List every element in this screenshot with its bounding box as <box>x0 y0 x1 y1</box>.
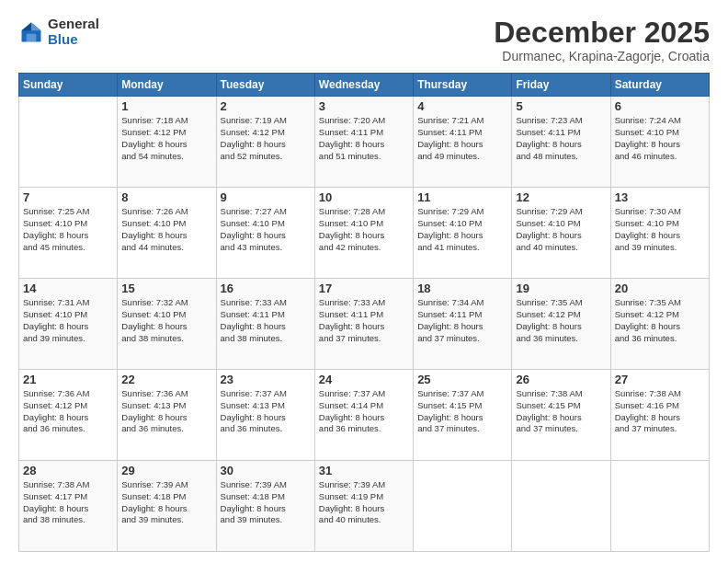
day-number: 3 <box>319 99 409 113</box>
calendar-cell: 29Sunrise: 7:39 AM Sunset: 4:18 PM Dayli… <box>118 461 216 552</box>
day-number: 24 <box>319 373 409 386</box>
calendar-cell: 18Sunrise: 7:34 AM Sunset: 4:11 PM Dayli… <box>414 279 512 370</box>
header: General Blue December 2025 Durmanec, Kra… <box>18 17 710 63</box>
day-info: Sunrise: 7:31 AM Sunset: 4:10 PM Dayligh… <box>23 297 113 344</box>
day-info: Sunrise: 7:29 AM Sunset: 4:10 PM Dayligh… <box>516 206 606 253</box>
day-number: 30 <box>221 464 311 477</box>
day-info: Sunrise: 7:37 AM Sunset: 4:14 PM Dayligh… <box>319 388 409 435</box>
calendar-day-header: Sunday <box>19 74 118 97</box>
day-number: 12 <box>516 190 606 204</box>
calendar-cell <box>512 461 610 552</box>
calendar-cell <box>19 97 118 188</box>
day-info: Sunrise: 7:34 AM Sunset: 4:11 PM Dayligh… <box>417 297 507 344</box>
month-title: December 2025 <box>494 17 710 49</box>
calendar-week-row: 14Sunrise: 7:31 AM Sunset: 4:10 PM Dayli… <box>19 279 710 370</box>
calendar-cell: 12Sunrise: 7:29 AM Sunset: 4:10 PM Dayli… <box>512 188 610 279</box>
day-info: Sunrise: 7:21 AM Sunset: 4:11 PM Dayligh… <box>417 115 507 162</box>
calendar-cell: 30Sunrise: 7:39 AM Sunset: 4:18 PM Dayli… <box>216 461 314 552</box>
day-info: Sunrise: 7:35 AM Sunset: 4:12 PM Dayligh… <box>615 297 705 344</box>
calendar-cell: 10Sunrise: 7:28 AM Sunset: 4:10 PM Dayli… <box>314 188 413 279</box>
day-info: Sunrise: 7:37 AM Sunset: 4:15 PM Dayligh… <box>417 388 507 435</box>
calendar-cell: 27Sunrise: 7:38 AM Sunset: 4:16 PM Dayli… <box>610 370 709 461</box>
day-number: 10 <box>319 190 409 204</box>
day-number: 15 <box>121 282 211 295</box>
day-number: 23 <box>221 373 311 386</box>
day-info: Sunrise: 7:36 AM Sunset: 4:13 PM Dayligh… <box>121 388 211 435</box>
day-number: 2 <box>221 99 311 113</box>
calendar-cell: 11Sunrise: 7:29 AM Sunset: 4:10 PM Dayli… <box>414 188 512 279</box>
day-info: Sunrise: 7:38 AM Sunset: 4:15 PM Dayligh… <box>516 388 606 435</box>
day-number: 9 <box>221 190 311 204</box>
logo-icon <box>18 19 44 45</box>
day-info: Sunrise: 7:27 AM Sunset: 4:10 PM Dayligh… <box>221 206 311 253</box>
calendar-cell <box>610 461 709 552</box>
calendar-week-row: 1Sunrise: 7:18 AM Sunset: 4:12 PM Daylig… <box>19 97 710 188</box>
day-number: 21 <box>23 373 113 386</box>
day-number: 19 <box>516 282 606 295</box>
calendar-cell: 20Sunrise: 7:35 AM Sunset: 4:12 PM Dayli… <box>610 279 709 370</box>
day-info: Sunrise: 7:30 AM Sunset: 4:10 PM Dayligh… <box>615 206 705 253</box>
day-info: Sunrise: 7:38 AM Sunset: 4:16 PM Dayligh… <box>615 388 705 435</box>
day-number: 17 <box>319 282 409 295</box>
day-info: Sunrise: 7:18 AM Sunset: 4:12 PM Dayligh… <box>121 115 211 162</box>
calendar-cell: 16Sunrise: 7:33 AM Sunset: 4:11 PM Dayli… <box>216 279 314 370</box>
calendar-cell: 4Sunrise: 7:21 AM Sunset: 4:11 PM Daylig… <box>414 97 512 188</box>
calendar-cell: 7Sunrise: 7:25 AM Sunset: 4:10 PM Daylig… <box>19 188 118 279</box>
calendar-cell: 6Sunrise: 7:24 AM Sunset: 4:10 PM Daylig… <box>610 97 709 188</box>
day-info: Sunrise: 7:32 AM Sunset: 4:10 PM Dayligh… <box>121 297 211 344</box>
day-number: 14 <box>23 282 113 295</box>
title-block: December 2025 Durmanec, Krapina-Zagorje,… <box>494 17 710 63</box>
calendar-day-header: Tuesday <box>216 74 314 97</box>
calendar-cell: 28Sunrise: 7:38 AM Sunset: 4:17 PM Dayli… <box>19 461 118 552</box>
day-info: Sunrise: 7:24 AM Sunset: 4:10 PM Dayligh… <box>615 115 705 162</box>
calendar-cell: 25Sunrise: 7:37 AM Sunset: 4:15 PM Dayli… <box>414 370 512 461</box>
svg-marker-2 <box>22 22 32 30</box>
calendar-week-row: 28Sunrise: 7:38 AM Sunset: 4:17 PM Dayli… <box>19 461 710 552</box>
calendar-cell: 5Sunrise: 7:23 AM Sunset: 4:11 PM Daylig… <box>512 97 610 188</box>
calendar-cell: 1Sunrise: 7:18 AM Sunset: 4:12 PM Daylig… <box>118 97 216 188</box>
day-info: Sunrise: 7:19 AM Sunset: 4:12 PM Dayligh… <box>221 115 311 162</box>
day-info: Sunrise: 7:33 AM Sunset: 4:11 PM Dayligh… <box>319 297 409 344</box>
day-number: 22 <box>121 373 211 386</box>
day-info: Sunrise: 7:23 AM Sunset: 4:11 PM Dayligh… <box>516 115 606 162</box>
day-number: 28 <box>23 464 113 477</box>
location: Durmanec, Krapina-Zagorje, Croatia <box>494 49 710 63</box>
calendar-cell: 31Sunrise: 7:39 AM Sunset: 4:19 PM Dayli… <box>314 461 413 552</box>
calendar-cell: 21Sunrise: 7:36 AM Sunset: 4:12 PM Dayli… <box>19 370 118 461</box>
day-number: 1 <box>121 99 211 113</box>
calendar-cell: 17Sunrise: 7:33 AM Sunset: 4:11 PM Dayli… <box>314 279 413 370</box>
day-info: Sunrise: 7:28 AM Sunset: 4:10 PM Dayligh… <box>319 206 409 253</box>
day-number: 18 <box>417 282 507 295</box>
day-info: Sunrise: 7:37 AM Sunset: 4:13 PM Dayligh… <box>221 388 311 435</box>
day-number: 26 <box>516 373 606 386</box>
calendar-day-header: Wednesday <box>314 74 413 97</box>
calendar-day-header: Friday <box>512 74 610 97</box>
day-number: 20 <box>615 282 705 295</box>
day-info: Sunrise: 7:36 AM Sunset: 4:12 PM Dayligh… <box>23 388 113 435</box>
day-number: 29 <box>121 464 211 477</box>
day-number: 4 <box>417 99 507 113</box>
calendar-day-header: Saturday <box>610 74 709 97</box>
logo-general: General <box>48 16 99 31</box>
day-number: 31 <box>319 464 409 477</box>
calendar-day-header: Monday <box>118 74 216 97</box>
day-number: 6 <box>615 99 705 113</box>
calendar-cell: 13Sunrise: 7:30 AM Sunset: 4:10 PM Dayli… <box>610 188 709 279</box>
logo: General Blue <box>18 17 99 47</box>
calendar-cell: 24Sunrise: 7:37 AM Sunset: 4:14 PM Dayli… <box>314 370 413 461</box>
calendar-cell: 8Sunrise: 7:26 AM Sunset: 4:10 PM Daylig… <box>118 188 216 279</box>
page: General Blue December 2025 Durmanec, Kra… <box>0 0 728 563</box>
day-info: Sunrise: 7:35 AM Sunset: 4:12 PM Dayligh… <box>516 297 606 344</box>
calendar-week-row: 7Sunrise: 7:25 AM Sunset: 4:10 PM Daylig… <box>19 188 710 279</box>
calendar-cell <box>414 461 512 552</box>
calendar-cell: 26Sunrise: 7:38 AM Sunset: 4:15 PM Dayli… <box>512 370 610 461</box>
day-info: Sunrise: 7:33 AM Sunset: 4:11 PM Dayligh… <box>221 297 311 344</box>
calendar-header-row: SundayMondayTuesdayWednesdayThursdayFrid… <box>19 74 710 97</box>
day-info: Sunrise: 7:29 AM Sunset: 4:10 PM Dayligh… <box>417 206 507 253</box>
calendar-cell: 9Sunrise: 7:27 AM Sunset: 4:10 PM Daylig… <box>216 188 314 279</box>
day-number: 8 <box>121 190 211 204</box>
day-number: 27 <box>615 373 705 386</box>
day-info: Sunrise: 7:20 AM Sunset: 4:11 PM Dayligh… <box>319 115 409 162</box>
calendar-day-header: Thursday <box>414 74 512 97</box>
calendar-cell: 3Sunrise: 7:20 AM Sunset: 4:11 PM Daylig… <box>314 97 413 188</box>
